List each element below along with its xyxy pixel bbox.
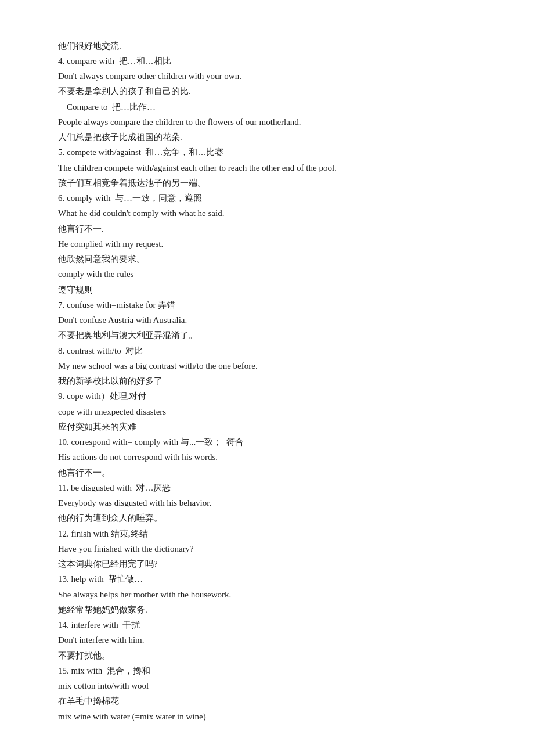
text-line: 在羊毛中搀棉花 bbox=[58, 693, 476, 708]
main-content: 他们很好地交流.4. compare with 把…和…相比Don't alwa… bbox=[58, 23, 476, 724]
text-line: 7. confuse with=mistake for 弄错 bbox=[58, 297, 476, 312]
text-line: Compare to 把…比作… bbox=[58, 99, 476, 114]
text-line: mix cotton into/with wool bbox=[58, 678, 476, 693]
text-line: 14. interfere with 干扰 bbox=[58, 617, 476, 632]
text-line: 6. comply with 与…一致，同意，遵照 bbox=[58, 190, 476, 206]
text-line: 不要打扰他。 bbox=[58, 648, 476, 663]
text-line: Everybody was disgusted with his behavio… bbox=[58, 495, 476, 510]
text-line: His actions do not correspond with his w… bbox=[58, 449, 476, 465]
text-line: 应付突如其来的灾难 bbox=[58, 419, 476, 434]
text-line: mix wine with water (=mix water in wine) bbox=[58, 709, 476, 724]
text-line: cope with unexpected disasters bbox=[58, 404, 476, 419]
text-line: My new school was a big contrast with/to… bbox=[58, 358, 476, 373]
text-line: comply with the rules bbox=[58, 267, 476, 282]
text-line: 她经常帮她妈妈做家务. bbox=[58, 602, 476, 617]
text-line: 9. cope with）处理,对付 bbox=[58, 388, 476, 404]
text-line: 他们很好地交流. bbox=[58, 38, 476, 53]
text-line: 我的新学校比以前的好多了 bbox=[58, 373, 476, 388]
text-line: 不要把奥地利与澳大利亚弄混淆了。 bbox=[58, 327, 476, 343]
text-line: 他欣然同意我的要求。 bbox=[58, 251, 476, 267]
text-line: Don't interfere with him. bbox=[58, 632, 476, 647]
text-line: 4. compare with 把…和…相比 bbox=[58, 53, 476, 69]
text-line: 13. help with 帮忙做… bbox=[58, 571, 476, 586]
text-line: She always helps her mother with the hou… bbox=[58, 587, 476, 602]
text-line: What he did couldn't comply with what he… bbox=[58, 206, 476, 221]
text-line: 8. contrast with/to 对比 bbox=[58, 343, 476, 358]
text-line: 人们总是把孩子比成祖国的花朵. bbox=[58, 129, 476, 145]
text-line: 不要老是拿别人的孩子和自己的比. bbox=[58, 84, 476, 99]
text-line: 10. correspond with= comply with 与...一致；… bbox=[58, 434, 476, 449]
text-line: 11. be disgusted with 对…厌恶 bbox=[58, 480, 476, 495]
text-line: He complied with my request. bbox=[58, 236, 476, 251]
text-line: Don't confuse Austria with Australia. bbox=[58, 312, 476, 327]
text-line: 12. finish with 结束,终结 bbox=[58, 526, 476, 541]
text-line: 这本词典你已经用完了吗? bbox=[58, 556, 476, 571]
text-line: 他言行不一. bbox=[58, 221, 476, 236]
text-line: Don't always compare other children with… bbox=[58, 69, 476, 84]
text-line: 孩子们互相竞争着抵达池子的另一端。 bbox=[58, 175, 476, 190]
text-line: The children compete with/against each o… bbox=[58, 160, 476, 175]
text-line: Have you finished with the dictionary? bbox=[58, 541, 476, 556]
text-line: People always compare the children to th… bbox=[58, 114, 476, 129]
text-line: 他言行不一。 bbox=[58, 465, 476, 480]
text-line: 他的行为遭到众人的唾弃。 bbox=[58, 510, 476, 525]
text-line: 遵守规则 bbox=[58, 282, 476, 297]
text-line: 5. compete with/against 和…竞争，和…比赛 bbox=[58, 145, 476, 160]
text-line: 15. mix with 混合，搀和 bbox=[58, 663, 476, 678]
